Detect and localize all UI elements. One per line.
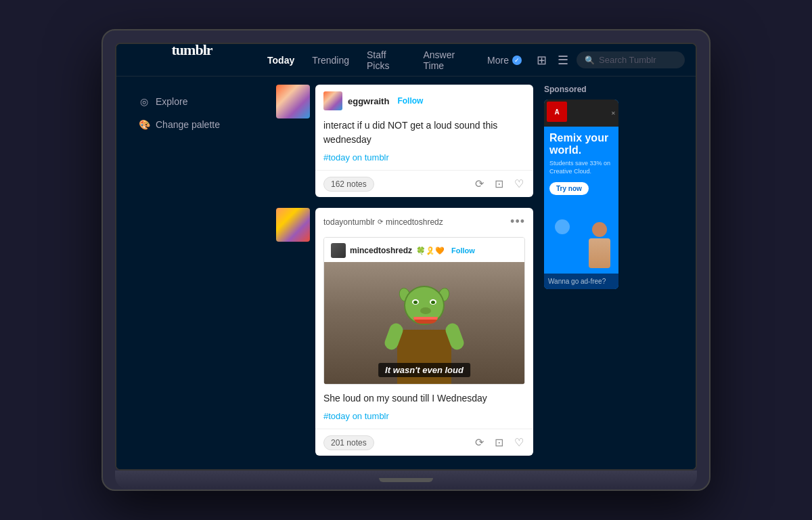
post-1-body: interact if u did NOT get a loud sound t… xyxy=(315,116,533,170)
post-2-reblog-icon[interactable]: ⟳ xyxy=(474,435,485,450)
ad-close-icon[interactable]: ✕ xyxy=(611,110,616,116)
post-1-follow-button[interactable]: Follow xyxy=(397,96,423,106)
nav-tabs: Today Trending Staff Picks Answer Time M… xyxy=(259,45,528,75)
ad-headline-1: Remix your world. xyxy=(549,132,613,156)
sidebar-item-change-palette[interactable]: 🎨 Change palette xyxy=(130,113,252,136)
post-2-footer: 201 notes ⟳ ⊡ ♡ xyxy=(315,429,533,456)
post-1-tag[interactable]: #today on tumblr xyxy=(323,152,389,162)
reblog-embed: mincedtoshredz 🍀🎗️🧡 Follow xyxy=(323,237,525,385)
laptop-hinge xyxy=(379,478,433,482)
post-1-avatar xyxy=(323,91,342,110)
post-2-queue-icon[interactable]: ⊡ xyxy=(493,435,505,450)
reblog-header: mincedtoshredz 🍀🎗️🧡 Follow xyxy=(324,238,524,262)
ad-footer-text[interactable]: Wanna go ad-free? xyxy=(548,278,614,285)
post-2-notes[interactable]: 201 notes xyxy=(323,435,374,450)
main-content: eggwraith Follow interact if u did NOT g… xyxy=(265,77,696,469)
list-view-icon[interactable]: ☰ xyxy=(555,50,571,70)
post-2-thumb xyxy=(276,208,310,242)
content-area: eggwraith Follow interact if u did NOT g… xyxy=(265,77,696,469)
post-2-reblogger[interactable]: mincedtoshredz xyxy=(386,217,443,227)
palette-icon: 🎨 xyxy=(138,118,150,131)
post-2-header: todayontumblr ⟳ mincedtoshredz ••• xyxy=(315,208,533,233)
post-1-header: eggwraith Follow xyxy=(315,85,533,116)
gif-caption: It wasn't even loud xyxy=(378,363,470,377)
post-1-thumb xyxy=(276,85,310,118)
app-logo: tumblr xyxy=(172,43,212,59)
tab-trending[interactable]: Trending xyxy=(304,51,357,70)
post-1-username[interactable]: eggwraith xyxy=(348,96,389,106)
nav-icons: ⊞ ☰ 🔍 xyxy=(534,50,685,70)
gif-content: It wasn't even loud xyxy=(324,262,524,384)
post-1-actions: ⟳ ⊡ ♡ xyxy=(474,176,525,192)
post-2-source-name[interactable]: todayontumblr xyxy=(323,217,375,227)
ad-footer[interactable]: Wanna go ad-free? xyxy=(544,274,618,289)
app-body: ◎ Explore 🎨 Change palette xyxy=(116,77,696,469)
reblog-icon[interactable]: ⟳ xyxy=(474,176,485,192)
reblog-avatar xyxy=(331,243,346,258)
post-2-text: She loud on my sound till I Wednesday xyxy=(323,391,525,406)
search-input[interactable] xyxy=(599,55,677,65)
sidebar-item-explore[interactable]: ◎ Explore xyxy=(130,90,252,113)
post-2-body: She loud on my sound till I Wednesday #t… xyxy=(315,389,533,429)
post-2-like-icon[interactable]: ♡ xyxy=(513,435,525,450)
post-2-tag[interactable]: #today on tumblr xyxy=(323,411,389,421)
post-row-2: todayontumblr ⟳ mincedtoshredz ••• xyxy=(276,208,533,456)
tab-answer-time[interactable]: Answer Time xyxy=(415,45,479,75)
sidebar-nav: ◎ Explore 🎨 Change palette xyxy=(116,90,265,136)
ad-person xyxy=(589,222,610,268)
post-2-actions: ⟳ ⊡ ♡ xyxy=(474,435,525,450)
post-2-source: todayontumblr ⟳ mincedtoshredz xyxy=(323,217,443,227)
reblog-source-icon: ⟳ xyxy=(378,218,383,225)
ad-card[interactable]: A ✕ Remix your world. xyxy=(544,100,618,289)
search-icon: 🔍 xyxy=(585,56,595,65)
tab-more[interactable]: More ✓ xyxy=(480,51,528,70)
ad-sticker xyxy=(555,219,570,234)
ad-subtitle: Students save 33% on Creative Cloud. xyxy=(549,160,613,175)
explore-icon: ◎ xyxy=(138,95,150,108)
reblog-follow-button[interactable]: Follow xyxy=(451,246,475,255)
reblog-username[interactable]: mincedtoshredz xyxy=(350,246,412,255)
search-box[interactable]: 🔍 xyxy=(577,51,685,68)
post-card-2: todayontumblr ⟳ mincedtoshredz ••• xyxy=(315,208,533,456)
top-navigation: tumblr Today Trending Staff Picks Answer… xyxy=(116,44,696,77)
like-icon[interactable]: ♡ xyxy=(513,176,525,192)
verified-badge: ✓ xyxy=(512,56,522,65)
post-2-more-button[interactable]: ••• xyxy=(510,215,525,229)
post-1-footer: 162 notes ⟳ ⊡ ♡ xyxy=(315,170,533,197)
feed: eggwraith Follow interact if u did NOT g… xyxy=(276,85,533,461)
post-1-text: interact if u did NOT get a loud sound t… xyxy=(323,118,525,147)
reblog-emojis: 🍀🎗️🧡 xyxy=(416,246,445,255)
post-row-1: eggwraith Follow interact if u did NOT g… xyxy=(276,85,533,197)
adobe-logo: A xyxy=(547,102,567,122)
grid-view-icon[interactable]: ⊞ xyxy=(534,50,549,70)
post-1-notes[interactable]: 162 notes xyxy=(323,177,374,192)
post-card-1: eggwraith Follow interact if u did NOT g… xyxy=(315,85,533,197)
tab-staff-picks[interactable]: Staff Picks xyxy=(359,45,414,75)
tab-today[interactable]: Today xyxy=(259,51,302,70)
queue-icon[interactable]: ⊡ xyxy=(493,176,505,192)
sponsored-label: Sponsored xyxy=(544,85,618,94)
ad-body: Remix your world. Students save 33% on C… xyxy=(544,127,618,274)
sidebar: ◎ Explore 🎨 Change palette xyxy=(116,77,265,469)
ad-cta-button[interactable]: Try now xyxy=(549,182,589,195)
right-sidebar: Sponsored A ✕ xyxy=(544,85,618,461)
